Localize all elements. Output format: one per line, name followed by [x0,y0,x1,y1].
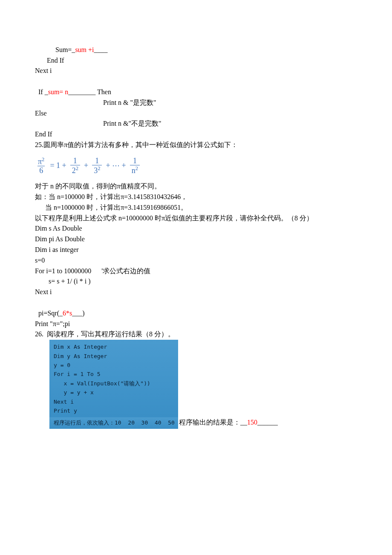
text: pi=Sqr(_ [38,309,63,317]
dots: + ⋯ + [106,160,126,172]
code-line: Next i [35,66,392,76]
q26-last-row: 程序运行后，依次输入：10 20 30 40 50 程序输出的结果是：__150… [35,417,392,429]
code-line: Print y [54,406,174,415]
text: ______ [257,419,278,426]
fraction: π2 6 [36,156,46,175]
code-line: pi=Sqr(_6*s___) [35,298,392,319]
code-line: y = 0 [54,361,174,370]
denominator: n2 [130,165,140,175]
numerator: 1 [93,156,101,165]
code-line: Else [35,108,392,119]
fraction: 1 22 [70,156,80,175]
code-line: Print "π=";pi [35,319,392,330]
code-line: Next i [54,397,174,406]
fraction: 1 32 [92,156,102,175]
plus: + [84,160,88,172]
answer-blank: 150 [247,419,257,426]
q26-code-block: Dim x As Integer Dim y As Integer y = 0 … [49,340,178,417]
code-line: s= s + 1/ (i * i ) [35,276,392,287]
code-line: Dim i as integer [35,245,392,255]
text: ________ Then [68,88,111,95]
answer-blank: sum= n [48,88,69,95]
text: 程序输出的结果是：__ [179,419,247,426]
code-line: Dim y As Integer [54,352,174,361]
code-line: Sum=_sum +i____ [35,34,392,55]
code-line: Next i [35,287,392,298]
q25-paragraph: 当 n=1000000 时，计算出π=3.14159169866051。 [35,202,392,213]
code-line: For i=1 to 10000000 '求公式右边的值 [35,266,392,277]
q25-paragraph: 对于 n 的不同取值，得到的π值精度不同。 [35,181,392,192]
code-line: Print n &"不是完数" [35,119,392,129]
numerator: 1 [72,156,79,165]
numerator: π2 [36,156,46,166]
q25-paragraph: 如：当 n=100000 时，计算出π=3.14158310432646， [35,192,392,202]
text: Sum=_ [38,46,75,53]
code-line: If _sum= n________ Then [35,76,392,98]
code-line: Print n & "是完数" [35,98,392,108]
code-line: For i = 1 To 5 [54,370,174,379]
q26-output-text: 程序输出的结果是：__150______ [178,417,278,429]
text: ___) [72,309,84,317]
q25-paragraph: 以下程序是利用上述公式求 n=10000000 时π近似值的主要程序片段，请你补… [35,213,392,224]
numerator: 1 [131,156,138,165]
text: If _ [38,88,48,95]
code-line: End If [35,129,392,140]
code-line: Dim s As Double [35,223,392,234]
code-line: Dim pi As Double [35,234,392,245]
text: ____ [94,46,108,53]
q25-intro: 25.圆周率π值的计算方法有多种，其中一种近似值的计算公式如下： [35,140,392,150]
denominator: 6 [37,166,45,175]
q26-title: 26. 阅读程序，写出其程序运行结果（8 分）。 [35,329,392,340]
code-line: s=0 [35,255,392,266]
code-line: End If [35,55,392,66]
answer-blank: 6*s [63,309,72,317]
code-line: x = Val(InputBox("请输入")) [54,379,174,388]
equals: = 1 + [50,160,66,172]
fraction: 1 n2 [130,156,140,175]
code-line: y = y + x [54,388,174,397]
q25-formula: π2 6 = 1 + 1 22 + 1 32 + ⋯ + 1 n2 [35,156,392,175]
q26-code-block-run: 程序运行后，依次输入：10 20 30 40 50 [49,417,178,429]
code-line: Dim x As Integer [54,342,174,351]
answer-blank: sum +i [75,46,94,53]
code-run-note: 程序运行后，依次输入：10 20 30 40 50 [54,418,174,427]
denominator: 22 [70,165,80,175]
denominator: 32 [92,165,102,175]
